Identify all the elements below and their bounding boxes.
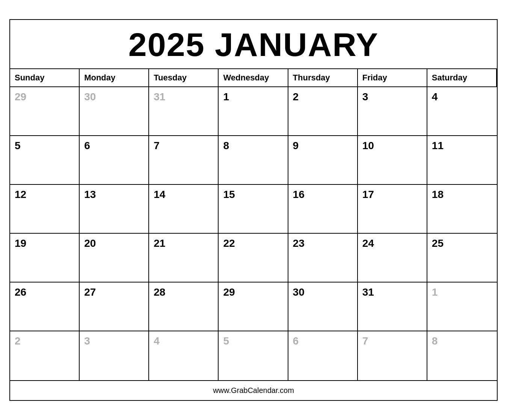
day-cell: 31: [149, 87, 219, 136]
day-cell: 19: [10, 234, 80, 283]
header-saturday: Saturday: [427, 69, 497, 87]
day-cell: 8: [427, 331, 497, 380]
day-cell: 13: [80, 185, 149, 234]
day-cell: 30: [80, 87, 149, 136]
calendar-container: 2025 JANUARY Sunday Monday Tuesday Wedne…: [9, 19, 498, 401]
header-sunday: Sunday: [10, 69, 80, 87]
day-cell: 30: [288, 283, 358, 331]
day-cell: 6: [288, 331, 358, 380]
day-cell: 8: [219, 136, 288, 185]
day-cell: 17: [358, 185, 427, 234]
day-cell: 3: [80, 331, 149, 380]
day-cell: 4: [149, 331, 219, 380]
day-cell: 22: [219, 234, 288, 283]
day-cell: 1: [219, 87, 288, 136]
calendar-grid: Sunday Monday Tuesday Wednesday Thursday…: [10, 69, 497, 380]
day-cell: 23: [288, 234, 358, 283]
calendar-footer: www.GrabCalendar.com: [10, 380, 497, 400]
day-cell: 5: [10, 136, 80, 185]
day-cell: 14: [149, 185, 219, 234]
day-cell: 29: [10, 87, 80, 136]
day-cell: 29: [219, 283, 288, 331]
day-cell: 7: [358, 331, 427, 380]
header-tuesday: Tuesday: [149, 69, 219, 87]
day-cell: 3: [358, 87, 427, 136]
day-cell: 1: [427, 283, 497, 331]
day-cell: 12: [10, 185, 80, 234]
day-cell: 20: [80, 234, 149, 283]
day-cell: 24: [358, 234, 427, 283]
day-cell: 27: [80, 283, 149, 331]
day-cell: 2: [10, 331, 80, 380]
header-thursday: Thursday: [288, 69, 358, 87]
day-cell: 9: [288, 136, 358, 185]
day-cell: 16: [288, 185, 358, 234]
header-monday: Monday: [80, 69, 149, 87]
day-cell: 6: [80, 136, 149, 185]
day-cell: 2: [288, 87, 358, 136]
day-cell: 11: [427, 136, 497, 185]
day-cell: 7: [149, 136, 219, 185]
day-cell: 26: [10, 283, 80, 331]
day-cell: 25: [427, 234, 497, 283]
day-cell: 28: [149, 283, 219, 331]
day-cell: 31: [358, 283, 427, 331]
day-cell: 4: [427, 87, 497, 136]
calendar-title: 2025 JANUARY: [10, 20, 497, 69]
header-friday: Friday: [358, 69, 427, 87]
day-cell: 10: [358, 136, 427, 185]
day-cell: 18: [427, 185, 497, 234]
header-wednesday: Wednesday: [219, 69, 288, 87]
day-cell: 21: [149, 234, 219, 283]
day-cell: 15: [219, 185, 288, 234]
day-cell: 5: [219, 331, 288, 380]
